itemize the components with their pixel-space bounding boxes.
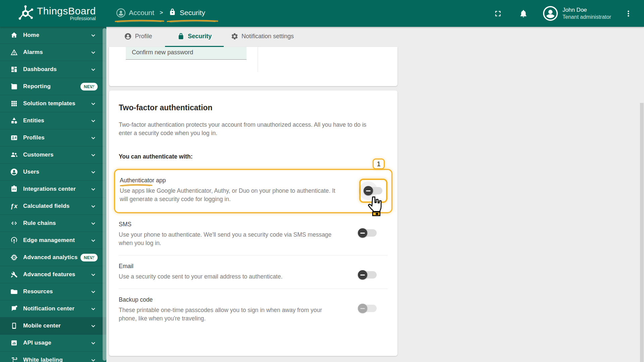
sidebar-item-calculated-fields[interactable]: ƒx Calculated fields xyxy=(0,198,106,215)
chevron-down-icon xyxy=(90,288,97,295)
tab-notification-settings[interactable]: Notification settings xyxy=(224,27,301,46)
sidebar-item-entities[interactable]: Entities xyxy=(0,112,106,129)
chevron-down-icon xyxy=(90,305,97,312)
tab-profile[interactable]: Profile xyxy=(111,27,165,46)
chevron-down-icon xyxy=(90,66,97,73)
card-divider xyxy=(258,47,258,72)
breadcrumb-separator: > xyxy=(160,9,163,16)
sidebar-item-white-labeling[interactable]: White labeling xyxy=(0,352,106,362)
lock-icon xyxy=(177,33,188,40)
two-factor-card: Two-factor authentication Two-factor aut… xyxy=(109,90,397,356)
main-content: Profile Security Notification settings C… xyxy=(106,27,644,362)
chevron-down-icon xyxy=(90,220,97,227)
twofa-provider-sms: SMS Use your phone to authenticate. We'l… xyxy=(119,214,388,255)
sidebar-item-alarms[interactable]: Alarms xyxy=(0,44,106,61)
account-tabs: Profile Security Notification settings xyxy=(106,27,644,47)
sidebar-item-dashboards[interactable]: Dashboards xyxy=(0,61,106,78)
toggle-minus-icon xyxy=(360,308,365,309)
more-menu-button[interactable] xyxy=(621,6,635,20)
sidebar-item-advanced-features[interactable]: Advanced features xyxy=(0,266,106,283)
change-password-card: Confirm new password xyxy=(109,47,397,86)
sidebar-item-reporting[interactable]: Reporting NEW xyxy=(0,78,106,95)
breadcrumb-security[interactable]: Security xyxy=(166,6,209,21)
user-meta: John Doe Tenant administrator xyxy=(562,6,611,20)
sidebar: Home Alarms Dashboards Reporting NEW Sol… xyxy=(0,27,106,362)
sidebar-item-api-usage[interactable]: API usage xyxy=(0,335,106,352)
toggle-minus-icon xyxy=(360,275,365,276)
sidebar-item-edge-management[interactable]: Edge management xyxy=(0,232,106,249)
two-factor-title: Two-factor authentication xyxy=(119,103,388,113)
notification-icon xyxy=(10,305,18,313)
sidebar-item-rule-chains[interactable]: Rule chains xyxy=(0,215,106,232)
sidebar-scrollbar[interactable] xyxy=(103,28,106,361)
step-badge: 1 xyxy=(373,159,385,169)
chevron-down-icon xyxy=(90,356,97,362)
top-header: ThingsBoard Professional Account > Secur… xyxy=(0,0,644,27)
twofa-provider-email: Email Use a security code sent to your e… xyxy=(119,255,388,289)
provider-description: Use your phone to authenticate. We'll se… xyxy=(119,231,347,247)
sidebar-item-solution-templates[interactable]: Solution templates xyxy=(0,95,106,112)
chevron-down-icon xyxy=(90,322,97,329)
provider-description: These printable one-time passcodes allow… xyxy=(119,306,347,323)
fullscreen-button[interactable] xyxy=(491,6,505,20)
authenticator-app-toggle[interactable] xyxy=(364,186,383,196)
email-toggle[interactable] xyxy=(358,270,377,280)
highlight-box: 1 Authenticator app Use apps like Google… xyxy=(114,169,392,213)
breadcrumb-account[interactable]: Account xyxy=(114,6,158,21)
chevron-down-icon xyxy=(90,339,97,347)
chevron-down-icon xyxy=(90,100,97,107)
kebab-menu-icon xyxy=(624,9,633,18)
provider-name: SMS xyxy=(119,221,131,228)
notifications-bell-icon xyxy=(519,9,528,18)
annotation-underline xyxy=(114,19,165,23)
dashboards-icon xyxy=(10,65,18,73)
chevron-down-icon xyxy=(90,254,97,261)
notifications-button[interactable] xyxy=(516,6,530,20)
api-icon xyxy=(10,339,18,347)
backup-code-toggle[interactable] xyxy=(358,303,377,313)
chevron-down-icon xyxy=(90,49,97,56)
sidebar-item-home[interactable]: Home xyxy=(0,27,106,44)
customers-icon xyxy=(10,151,18,159)
twofa-provider-authenticator-app: Authenticator app Use apps like Google A… xyxy=(120,177,387,203)
sidebar-item-notification-center[interactable]: Notification center xyxy=(0,300,106,317)
sidebar-item-resources[interactable]: Resources xyxy=(0,283,106,300)
sidebar-item-users[interactable]: Users xyxy=(0,164,106,181)
sidebar-item-profiles[interactable]: Profiles xyxy=(0,129,106,146)
confirm-new-password-field[interactable]: Confirm new password xyxy=(126,47,247,60)
sidebar-item-customers[interactable]: Customers xyxy=(0,146,106,164)
chevron-down-icon xyxy=(90,134,97,141)
toggle-thumb xyxy=(358,304,367,313)
user-role: Tenant administrator xyxy=(562,14,611,20)
two-factor-subheading: You can authenticate with: xyxy=(119,153,388,160)
toggle-thumb xyxy=(364,186,373,195)
user-avatar[interactable] xyxy=(543,6,558,21)
grid-icon xyxy=(10,100,18,108)
sidebar-item-integrations-center[interactable]: Integrations center xyxy=(0,181,106,198)
chevron-down-icon xyxy=(90,117,97,124)
brand-name: ThingsBoard xyxy=(37,6,96,16)
profiles-icon xyxy=(10,134,18,142)
provider-name: Authenticator app xyxy=(120,177,166,184)
home-icon xyxy=(10,31,18,39)
tab-security[interactable]: Security xyxy=(165,27,224,46)
toggle-thumb xyxy=(358,228,367,238)
sms-toggle[interactable] xyxy=(358,228,377,238)
content-scrollbar[interactable] xyxy=(640,103,644,362)
chevron-down-icon xyxy=(90,168,97,176)
twofa-provider-backup-code: Backup code These printable one-time pas… xyxy=(119,289,388,330)
breadcrumb-security-label: Security xyxy=(180,9,205,17)
brand: ThingsBoard Professional xyxy=(0,5,106,22)
person-icon xyxy=(124,33,135,40)
sidebar-item-advanced-analytics[interactable]: Advanced analytics NEW xyxy=(0,249,106,266)
toggle-minus-icon xyxy=(366,190,371,191)
thingsboard-logo-icon xyxy=(17,5,34,22)
alarms-icon xyxy=(10,48,18,56)
tools-icon xyxy=(10,270,18,279)
breadcrumb: Account > Security xyxy=(114,6,209,21)
reporting-icon xyxy=(10,82,18,90)
sidebar-item-mobile-center[interactable]: Mobile center xyxy=(0,317,106,335)
toggle-minus-icon xyxy=(360,233,365,234)
gear-icon xyxy=(231,33,241,40)
chevron-down-icon xyxy=(90,151,97,159)
